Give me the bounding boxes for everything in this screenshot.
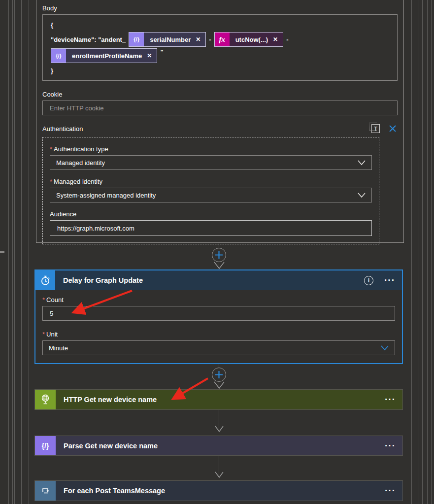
count-input[interactable]: [42, 306, 395, 321]
scope-border-line: [419, 0, 419, 504]
plus-icon: [215, 251, 223, 259]
connector-arrowhead: [214, 426, 224, 433]
delay-card-header[interactable]: Delay for Graph Update i ···: [35, 270, 402, 290]
scope-border-line: [8, 0, 9, 504]
http-action-parameters-panel: Body { "deviceName": "andent_ {/} serial…: [36, 0, 404, 243]
parse-json-icon: {/}: [35, 436, 56, 455]
scope-border-line: [12, 0, 13, 504]
delay-card-title: Delay for Graph Update: [63, 276, 364, 284]
managed-identity-label: Managed identity: [54, 178, 102, 185]
json-text: "deviceName": "andent_: [51, 36, 126, 43]
managed-identity-value: System-assigned managed identity: [56, 192, 156, 199]
required-marker: *: [42, 296, 45, 303]
json-text: -: [209, 36, 211, 43]
unit-label: Unit: [46, 331, 58, 338]
unit-value: Minute: [49, 344, 68, 352]
remove-authentication-icon[interactable]: [389, 125, 397, 133]
dynamic-content-icon: {/}: [51, 49, 66, 63]
more-options-icon[interactable]: ···: [385, 443, 396, 448]
scope-border-line: [14, 0, 15, 504]
delay-timer-icon: [35, 270, 55, 290]
token-remove-icon[interactable]: ✕: [146, 52, 157, 59]
foreach-loop-icon: [35, 481, 56, 501]
connector-arrowhead: [213, 262, 225, 269]
http-globe-icon: [35, 390, 56, 409]
count-label: Count: [46, 296, 64, 303]
required-marker: *: [50, 178, 52, 185]
json-open-brace: {: [51, 19, 389, 31]
scope-border-line: [422, 0, 423, 504]
token-pill-utcnow[interactable]: fx utcNow(...) ✕: [214, 32, 284, 47]
insert-step-button[interactable]: [212, 248, 226, 262]
token-remove-icon[interactable]: ✕: [195, 36, 205, 43]
json-text: -: [286, 36, 288, 43]
switch-to-text-mode-icon[interactable]: T: [371, 124, 380, 133]
audience-label: Audience: [50, 210, 372, 218]
foreach-card-title: For each Post TeamsMessage: [64, 487, 385, 495]
insert-step-button[interactable]: [212, 368, 226, 382]
authentication-type-dropdown[interactable]: Managed identity: [50, 155, 372, 170]
authentication-type-label: Authentication type: [54, 145, 108, 153]
authentication-group: *Authentication type Managed identity *M…: [42, 137, 379, 244]
info-icon[interactable]: i: [364, 276, 373, 285]
json-close-brace: }: [51, 65, 389, 76]
body-field-label: Body: [42, 4, 398, 12]
more-options-icon[interactable]: ···: [385, 397, 396, 402]
json-text: ": [160, 48, 163, 56]
scope-border-line: [431, 0, 432, 504]
parse-card-title: Parse Get new device name: [64, 442, 385, 450]
action-card-http-get[interactable]: HTTP Get new device name ···: [34, 389, 403, 410]
connector-arrowhead: [213, 381, 225, 389]
token-label: utcNow(...): [230, 36, 272, 43]
more-options-icon[interactable]: ···: [384, 278, 395, 283]
chevron-down-icon: [381, 345, 389, 351]
token-label: enrollmentProfileName: [66, 52, 146, 60]
authentication-type-value: Managed identity: [56, 159, 105, 167]
authentication-section-label: Authentication: [42, 125, 371, 133]
cookie-field-label: Cookie: [42, 91, 398, 98]
expression-fx-icon: fx: [215, 33, 230, 46]
connector-arrowhead: [214, 471, 224, 478]
managed-identity-dropdown[interactable]: System-assigned managed identity: [50, 188, 372, 202]
action-card-foreach[interactable]: For each Post TeamsMessage ···: [34, 480, 403, 501]
logic-apps-designer-canvas: Body { "deviceName": "andent_ {/} serial…: [0, 0, 434, 504]
scope-edge-tick: [0, 251, 4, 253]
scope-border-line: [427, 0, 428, 504]
scope-border-line: [29, 0, 29, 504]
scope-border-line: [21, 0, 22, 504]
required-marker: *: [50, 145, 52, 153]
body-editor[interactable]: { "deviceName": "andent_ {/} serialNumbe…: [42, 14, 398, 81]
action-card-parse-json[interactable]: {/} Parse Get new device name ···: [34, 436, 403, 456]
token-pill-serialnumber[interactable]: {/} serialNumber ✕: [129, 32, 206, 47]
http-card-title: HTTP Get new device name: [64, 396, 385, 403]
audience-input[interactable]: [50, 220, 372, 236]
scope-border-line: [411, 0, 412, 504]
chevron-down-icon: [358, 193, 366, 198]
unit-dropdown[interactable]: Minute: [42, 340, 395, 355]
chevron-down-icon: [358, 160, 366, 166]
plus-icon: [215, 371, 223, 378]
required-marker: *: [42, 331, 45, 338]
more-options-icon[interactable]: ···: [385, 488, 396, 493]
cookie-input[interactable]: [42, 101, 398, 115]
token-label: serialNumber: [144, 36, 195, 43]
action-card-delay[interactable]: Delay for Graph Update i ··· *Count *Uni…: [34, 269, 403, 364]
dynamic-content-icon: {/}: [129, 33, 144, 46]
token-remove-icon[interactable]: ✕: [272, 36, 283, 43]
token-pill-enrollmentprofilename[interactable]: {/} enrollmentProfileName ✕: [51, 48, 157, 63]
